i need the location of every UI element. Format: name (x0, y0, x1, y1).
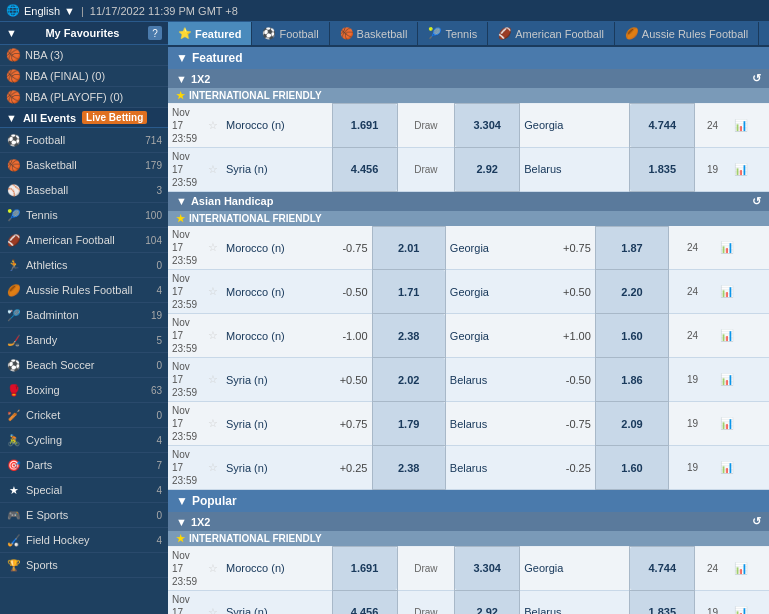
handicap1-cell: +0.75 (332, 402, 372, 446)
sidebar-item-cycling[interactable]: 🚴 Cycling 4 (0, 428, 168, 453)
sidebar-item-beach-soccer[interactable]: ⚽ Beach Soccer 0 (0, 353, 168, 378)
draw-odds-btn[interactable]: 3.304 (455, 547, 520, 591)
sidebar-item-esports[interactable]: 🎮 E Sports 0 (0, 503, 168, 528)
chart-cell[interactable]: 📊 (716, 402, 769, 446)
sidebar-item-bandy[interactable]: 🏒 Bandy 5 (0, 328, 168, 353)
draw-odds-btn[interactable]: 2.92 (455, 590, 520, 614)
star-cell[interactable]: ☆ (204, 590, 222, 614)
odds1-btn[interactable]: 1.691 (332, 104, 397, 148)
live-betting-badge[interactable]: Live Betting (82, 111, 147, 124)
odds1-btn[interactable]: 4.456 (332, 147, 397, 191)
chart-cell[interactable]: 📊 (716, 358, 769, 402)
odds2-btn[interactable]: 2.20 (595, 270, 668, 314)
odds2-btn[interactable]: 1.835 (630, 147, 695, 191)
chart-cell[interactable]: 📊 (716, 226, 769, 270)
odds2-btn[interactable]: 1.87 (595, 226, 668, 270)
draw-odds-btn[interactable]: 3.304 (455, 104, 520, 148)
odds2-btn[interactable]: 4.744 (630, 104, 695, 148)
tab-american-football[interactable]: 🏈 American Football (488, 22, 615, 45)
tab-football[interactable]: ⚽ Football (252, 22, 329, 45)
odds1-btn[interactable]: 2.38 (372, 446, 445, 490)
sport-count: 4 (156, 435, 162, 446)
sidebar-item-field-hockey[interactable]: 🏑 Field Hockey 4 (0, 528, 168, 553)
sidebar-item-badminton[interactable]: 🏸 Badminton 19 (0, 303, 168, 328)
chart-cell[interactable]: 📊 (716, 446, 769, 490)
sidebar-item-boxing[interactable]: 🥊 Boxing 63 (0, 378, 168, 403)
tab-aussie-rules[interactable]: 🏉 Aussie Rules Football (615, 22, 759, 45)
star-cell[interactable]: ☆ (204, 358, 222, 402)
all-events-header[interactable]: ▼ All Events Live Betting (0, 108, 168, 128)
odds1-btn[interactable]: 2.38 (372, 314, 445, 358)
sidebar-item-aussie-rules[interactable]: 🏉 Aussie Rules Football 4 (0, 278, 168, 303)
help-icon[interactable]: ? (148, 26, 162, 40)
fav-item-nba-playoff[interactable]: 🏀 NBA (PLAYOFF) (0) (0, 87, 168, 108)
tab-basketball[interactable]: 🏀 Basketball (330, 22, 419, 45)
refresh-icon[interactable]: ↺ (752, 515, 761, 528)
handicap2-cell: -0.50 (555, 358, 595, 402)
sidebar-item-tennis[interactable]: 🎾 Tennis 100 (0, 203, 168, 228)
my-favourites-header[interactable]: ▼ My Favourites ? (0, 22, 168, 45)
basketball-tab-icon: 🏀 (340, 27, 354, 40)
sidebar-item-baseball[interactable]: ⚾ Baseball 3 (0, 178, 168, 203)
sidebar-item-darts[interactable]: 🎯 Darts 7 (0, 453, 168, 478)
tennis-tab-icon: 🎾 (428, 27, 442, 40)
star-cell[interactable]: ☆ (204, 104, 222, 148)
baseball-icon: ⚾ (6, 182, 22, 198)
chart-cell[interactable]: 📊 (730, 590, 769, 614)
num-cell: 24 (695, 547, 730, 591)
odds2-btn[interactable]: 1.60 (595, 446, 668, 490)
fav-item-nba[interactable]: 🏀 NBA (3) (0, 45, 168, 66)
table-row: Nov 1723:59 ☆ Syria (n) 4.456 Draw 2.92 … (168, 147, 769, 191)
fav-item-nba-final[interactable]: 🏀 NBA (FINAL) (0) (0, 66, 168, 87)
refresh-icon[interactable]: ↺ (752, 195, 761, 208)
sidebar-item-american-football[interactable]: 🏈 American Football 104 (0, 228, 168, 253)
handicap1-cell: -0.50 (332, 270, 372, 314)
sidebar-item-athletics[interactable]: 🏃 Athletics 0 (0, 253, 168, 278)
sport-count: 0 (156, 360, 162, 371)
odds1-btn[interactable]: 1.71 (372, 270, 445, 314)
star-cell[interactable]: ☆ (204, 226, 222, 270)
1x2-section-header[interactable]: ▼ 1X2 ↺ (168, 69, 769, 88)
draw-odds-btn[interactable]: 2.92 (455, 147, 520, 191)
chart-cell[interactable]: 📊 (716, 314, 769, 358)
tab-featured[interactable]: ⭐ Featured (168, 22, 252, 45)
odds2-btn[interactable]: 4.744 (630, 547, 695, 591)
sidebar-item-sports[interactable]: 🏆 Sports (0, 553, 168, 578)
fav-item-label3: NBA (PLAYOFF) (0) (25, 91, 123, 103)
sidebar-item-football[interactable]: ⚽ Football 714 (0, 128, 168, 153)
chart-cell[interactable]: 📊 (730, 547, 769, 591)
chart-cell[interactable]: 📊 (730, 147, 769, 191)
refresh-icon[interactable]: ↺ (752, 72, 761, 85)
odds2-btn[interactable]: 2.09 (595, 402, 668, 446)
star-cell[interactable]: ☆ (204, 446, 222, 490)
star-cell[interactable]: ☆ (204, 547, 222, 591)
chart-cell[interactable]: 📊 (730, 104, 769, 148)
star-cell[interactable]: ☆ (204, 147, 222, 191)
team2-cell: Georgia (445, 226, 555, 270)
odds1-btn[interactable]: 2.02 (372, 358, 445, 402)
star-cell[interactable]: ☆ (204, 402, 222, 446)
darts-icon: 🎯 (6, 457, 22, 473)
draw-label: Draw (397, 147, 455, 191)
star-cell[interactable]: ☆ (204, 314, 222, 358)
odds1-btn[interactable]: 1.79 (372, 402, 445, 446)
odds2-btn[interactable]: 1.60 (595, 314, 668, 358)
odds2-btn[interactable]: 1.86 (595, 358, 668, 402)
popular-1x2-section-header[interactable]: ▼ 1X2 ↺ (168, 512, 769, 531)
chart-cell[interactable]: 📊 (716, 270, 769, 314)
language-selector[interactable]: 🌐 English ▼ (6, 4, 75, 17)
sidebar-item-special[interactable]: ★ Special 4 (0, 478, 168, 503)
tab-tennis[interactable]: 🎾 Tennis (418, 22, 488, 45)
num-cell: 24 (669, 314, 716, 358)
sidebar-item-basketball[interactable]: 🏀 Basketball 179 (0, 153, 168, 178)
odds1-btn[interactable]: 4.456 (332, 590, 397, 614)
sport-count: 5 (156, 335, 162, 346)
odds1-btn[interactable]: 2.01 (372, 226, 445, 270)
odds2-btn[interactable]: 1.835 (630, 590, 695, 614)
star-cell[interactable]: ☆ (204, 270, 222, 314)
sidebar-item-cricket[interactable]: 🏏 Cricket 0 (0, 403, 168, 428)
team1-cell: Syria (n) (222, 402, 332, 446)
cycling-icon: 🚴 (6, 432, 22, 448)
asian-handicap-section-header[interactable]: ▼ Asian Handicap ↺ (168, 192, 769, 211)
odds1-btn[interactable]: 1.691 (332, 547, 397, 591)
